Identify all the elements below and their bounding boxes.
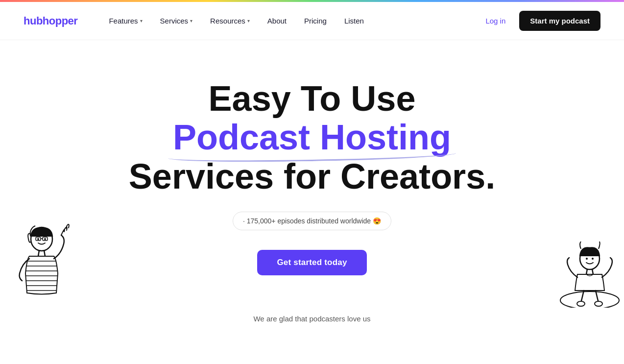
nav-label-listen: Listen: [344, 17, 364, 25]
nav-label-pricing: Pricing: [304, 17, 327, 25]
nav-item-services[interactable]: Services ▾: [152, 13, 201, 29]
hero-section: Easy To Use Podcast Hosting Services for…: [0, 40, 624, 305]
hero-title: Easy To Use Podcast Hosting Services for…: [92, 79, 532, 196]
svg-line-6: [38, 250, 39, 256]
navbar: hubhopper Features ▾ Services ▾ Resource…: [0, 2, 624, 40]
bottom-text-section: We are glad that podcasters love us: [0, 305, 624, 333]
illustration-left: [0, 210, 83, 310]
svg-line-7: [44, 250, 45, 256]
svg-line-19: [586, 269, 587, 274]
nav-label-about: About: [267, 17, 287, 25]
nav-label-resources: Resources: [210, 17, 245, 25]
login-button[interactable]: Log in: [480, 13, 511, 29]
illustration-right: [541, 210, 624, 310]
svg-point-22: [595, 301, 602, 306]
svg-point-18: [592, 258, 594, 260]
svg-point-17: [586, 258, 588, 260]
cta-button[interactable]: Get started today: [257, 250, 366, 275]
svg-line-20: [592, 269, 593, 274]
hero-badge-text: · 175,000+ episodes distributed worldwid…: [243, 217, 381, 225]
nav-label-services: Services: [160, 17, 189, 25]
nav-item-pricing[interactable]: Pricing: [296, 13, 335, 29]
nav-label-features: Features: [109, 17, 138, 25]
svg-point-15: [560, 291, 619, 308]
nav-item-about[interactable]: About: [260, 13, 294, 29]
bottom-text: We are glad that podcasters love us: [253, 315, 370, 323]
svg-point-2: [44, 238, 46, 240]
nav-links: Features ▾ Services ▾ Resources ▾ About …: [101, 13, 480, 29]
hero-badge: · 175,000+ episodes distributed worldwid…: [233, 212, 391, 230]
chevron-down-icon: ▾: [140, 18, 143, 24]
chevron-down-icon: ▾: [247, 18, 250, 24]
hero-title-accent: Podcast Hosting: [173, 118, 451, 157]
nav-item-listen[interactable]: Listen: [336, 13, 372, 29]
chevron-down-icon: ▾: [190, 18, 192, 24]
hero-title-part2: Services for Creators.: [129, 157, 495, 196]
hero-title-part1: Easy To Use: [209, 79, 416, 118]
nav-item-resources[interactable]: Resources ▾: [202, 13, 258, 29]
svg-point-21: [577, 301, 585, 306]
nav-right: Log in Start my podcast: [480, 11, 600, 31]
logo[interactable]: hubhopper: [24, 15, 77, 27]
nav-item-features[interactable]: Features ▾: [101, 13, 150, 29]
svg-point-1: [37, 238, 39, 240]
start-podcast-button[interactable]: Start my podcast: [519, 11, 600, 31]
